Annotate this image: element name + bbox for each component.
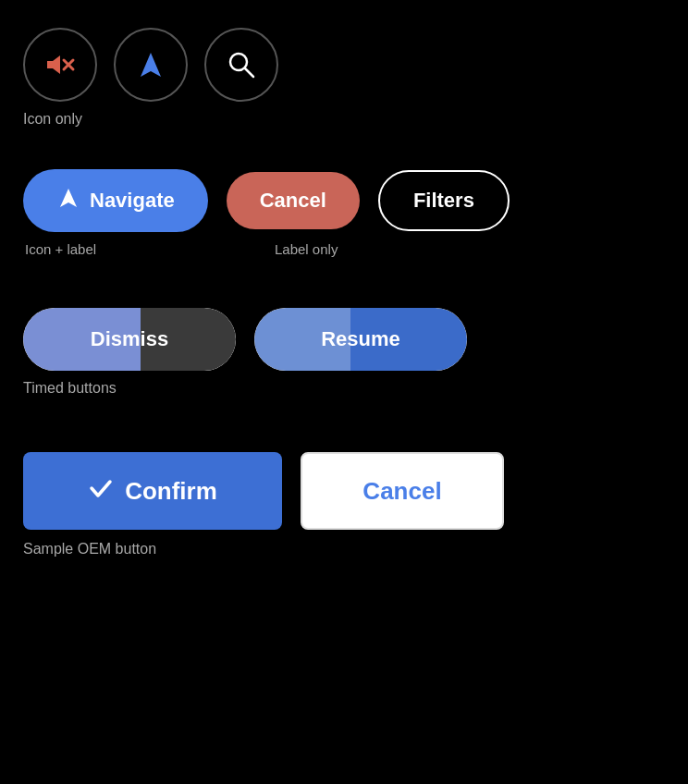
section2-sublabels: Icon + label Label only — [23, 241, 665, 257]
confirm-label: Confirm — [125, 477, 217, 506]
navigate-icon — [133, 47, 168, 82]
filters-label: Filters — [413, 189, 474, 212]
search-icon-button[interactable] — [204, 28, 278, 102]
filters-button[interactable]: Filters — [378, 170, 510, 231]
svg-marker-5 — [60, 189, 77, 207]
svg-line-4 — [245, 68, 253, 77]
dismiss-label: Dismiss — [91, 327, 168, 351]
mute-button[interactable] — [23, 28, 97, 102]
navigate-button-label: Navigate — [90, 189, 175, 213]
mute-icon — [43, 48, 77, 81]
oem-buttons-section: Confirm Cancel — [23, 452, 665, 530]
navigate-icon-button[interactable] — [114, 28, 188, 102]
svg-marker-2 — [141, 53, 161, 77]
icon-only-label: Icon only — [23, 111, 665, 128]
labeled-buttons-section: Navigate Cancel Filters — [23, 169, 665, 232]
confirm-button[interactable]: Confirm — [23, 452, 282, 530]
navigate-button-icon — [56, 186, 80, 215]
resume-label: Resume — [321, 327, 400, 351]
navigate-button[interactable]: Navigate — [23, 169, 208, 232]
icon-only-section — [23, 28, 665, 102]
oem-label: Sample OEM button — [23, 541, 665, 557]
cancel-oem-label: Cancel — [362, 477, 441, 506]
cancel-oem-button[interactable]: Cancel — [301, 452, 504, 530]
checkmark-icon — [88, 475, 114, 508]
timed-buttons-section: Dismiss Resume — [23, 308, 665, 371]
icon-label-sublabel: Icon + label — [25, 241, 228, 257]
cancel-red-button[interactable]: Cancel — [227, 172, 360, 229]
label-only-sublabel: Label only — [275, 241, 338, 257]
search-icon — [225, 48, 258, 81]
resume-button[interactable]: Resume — [254, 308, 467, 371]
dismiss-button[interactable]: Dismiss — [23, 308, 236, 371]
cancel-red-label: Cancel — [260, 189, 326, 212]
timed-buttons-label: Timed buttons — [23, 380, 665, 397]
